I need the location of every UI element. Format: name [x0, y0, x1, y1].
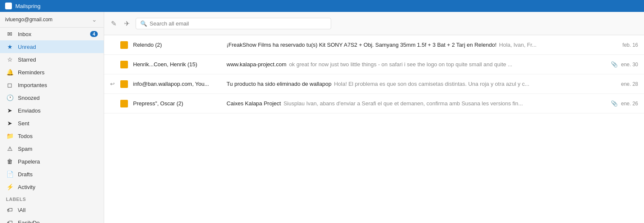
sidebar-item-papelera[interactable]: 🗑 Papelera [0, 155, 104, 168]
search-box[interactable]: 🔍 [136, 18, 331, 29]
account-row: ivluengo@gmail.com ⌄ [0, 12, 104, 28]
email-date: ene. 28 [621, 81, 638, 87]
email-subject: www.kalapa-project.com [227, 61, 287, 68]
titlebar: Mailspring [0, 0, 644, 12]
compose-button[interactable]: ⌄ [90, 15, 99, 24]
sent-icon: ➤ [6, 119, 14, 127]
sidebar-item-label: Importantes [18, 82, 98, 88]
sidebar-item-todos[interactable]: 📁 Todos [0, 130, 104, 142]
email-meta: 📎 ene. 30 [611, 61, 638, 68]
sidebar-item-activity[interactable]: ⚡ Activity [0, 181, 104, 193]
email-sender: info@ban.wallapop.com, You... [133, 81, 227, 87]
attachment-icon: 📎 [611, 100, 618, 107]
sidebar-item-importantes[interactable]: ◻ Importantes [0, 79, 104, 91]
email-subject: Tu producto ha sido eliminado de wallapo… [227, 81, 332, 87]
sidebar-item-label: Papelera [18, 158, 98, 165]
label-item-easilydo[interactable]: 🏷 EasilyDo [0, 216, 104, 223]
email-preview: ok great for now just two little things … [289, 61, 512, 68]
reply-icon: ↩ [110, 81, 119, 87]
email-list: Relendo (2) ¡FreakShow Films ha reservad… [104, 35, 644, 223]
sidebar-item-label: Spam [18, 146, 98, 152]
email-row[interactable]: Prepress", Oscar (2) Caixes Kalapa Proje… [104, 94, 644, 113]
label-item-label: EasilyDo [18, 220, 98, 223]
email-row[interactable]: Henrik...Coen, Henrik (15) www.kalapa-pr… [104, 55, 644, 74]
email-date: ene. 30 [621, 62, 638, 68]
starred-icon: ☆ [6, 56, 14, 63]
toolbar: ✎ ✈ 🔍 [104, 12, 644, 35]
folder-icon [120, 61, 128, 68]
folder-icon [120, 80, 128, 88]
app-icon [5, 3, 12, 9]
sidebar-nav: ✉ Inbox 4 ★ Unread ☆ Starred 🔔 Reminders… [0, 28, 104, 193]
email-meta: 📎 ene. 26 [611, 100, 638, 107]
sidebar-item-unread[interactable]: ★ Unread [0, 40, 104, 53]
app-title: Mailspring [15, 3, 40, 9]
main-layout: ivluengo@gmail.com ⌄ ✉ Inbox 4 ★ Unread … [0, 12, 644, 223]
email-subject: Caixes Kalapa Project [227, 100, 281, 107]
email-sender: Prepress", Oscar (2) [133, 100, 227, 107]
email-meta: feb. 16 [622, 42, 638, 48]
email-preview: Hola, Ivan, Fr... [499, 42, 536, 48]
sidebar-item-reminders[interactable]: 🔔 Reminders [0, 66, 104, 79]
email-preview: Siusplau Ivan, abans d'enviar a Serafi e… [284, 100, 523, 107]
sidebar-item-label: Unread [18, 44, 98, 50]
papelera-icon: 🗑 [6, 158, 14, 165]
email-subject-preview: Caixes Kalapa Project Siusplau Ivan, aba… [227, 100, 606, 107]
email-row[interactable]: ↩ info@ban.wallapop.com, You... Tu produ… [104, 74, 644, 94]
email-sender: Relendo (2) [133, 42, 227, 48]
tag-icon: 🏷 [6, 206, 14, 214]
search-icon: 🔍 [140, 20, 147, 27]
search-input[interactable] [150, 20, 326, 27]
sidebar-item-label: Snoozed [18, 95, 98, 101]
sidebar-labels: 🏷 \All 🏷 EasilyDo [0, 203, 104, 223]
email-date: ene. 26 [621, 101, 638, 107]
account-email: ivluengo@gmail.com [5, 17, 90, 23]
email-row[interactable]: Relendo (2) ¡FreakShow Films ha reservad… [104, 35, 644, 55]
inbox-icon: ✉ [6, 30, 14, 38]
todos-icon: 📁 [6, 132, 14, 140]
email-subject: ¡FreakShow Films ha reservado tu(s) Kit … [227, 42, 496, 48]
email-sender: Henrik...Coen, Henrik (15) [133, 61, 227, 68]
sidebar-item-label: Reminders [18, 69, 98, 76]
folder-icon [120, 100, 128, 107]
sidebar-item-drafts[interactable]: 📄 Drafts [0, 168, 104, 181]
label-item-label: \All [18, 207, 98, 213]
sidebar-item-label: Drafts [18, 171, 98, 178]
sidebar-item-spam[interactable]: ⚠ Spam [0, 142, 104, 155]
enviados-icon: ➤ [6, 107, 14, 114]
compose-icon[interactable]: ✎ [109, 18, 118, 29]
email-preview: Hola! El problema es que son dos camiset… [334, 81, 530, 87]
sidebar-item-label: Starred [18, 56, 98, 63]
label-item-all[interactable]: 🏷 \All [0, 203, 104, 216]
labels-section-header: Labels [0, 193, 104, 203]
sidebar-item-enviados[interactable]: ➤ Enviados [0, 104, 104, 117]
sidebar-item-label: Enviados [18, 107, 98, 114]
email-subject-preview: ¡FreakShow Films ha reservado tu(s) Kit … [227, 42, 617, 48]
email-subject-preview: www.kalapa-project.com ok great for now … [227, 61, 606, 68]
activity-icon: ⚡ [6, 183, 14, 191]
sidebar-item-label: Inbox [18, 31, 90, 37]
unread-icon: ★ [6, 43, 14, 51]
snoozed-icon: 🕐 [6, 94, 14, 102]
sidebar-item-label: Todos [18, 133, 98, 139]
sidebar: ivluengo@gmail.com ⌄ ✉ Inbox 4 ★ Unread … [0, 12, 104, 223]
inbox-badge: 4 [90, 31, 98, 37]
spam-icon: ⚠ [6, 145, 14, 152]
email-date: feb. 16 [622, 42, 638, 48]
content-area: ✎ ✈ 🔍 Relendo (2) ¡FreakShow Films ha re… [104, 12, 644, 223]
folder-icon [120, 41, 128, 49]
attachment-icon: 📎 [611, 61, 618, 68]
sidebar-item-label: Activity [18, 184, 98, 190]
reminders-icon: 🔔 [6, 68, 14, 76]
tag-icon: 🏷 [6, 219, 14, 223]
sidebar-item-snoozed[interactable]: 🕐 Snoozed [0, 91, 104, 104]
sidebar-item-inbox[interactable]: ✉ Inbox 4 [0, 28, 104, 40]
drafts-icon: 📄 [6, 170, 14, 178]
sidebar-item-starred[interactable]: ☆ Starred [0, 53, 104, 66]
importantes-icon: ◻ [6, 81, 14, 89]
airplane-icon[interactable]: ✈ [122, 18, 131, 29]
sidebar-item-sent[interactable]: ➤ Sent [0, 117, 104, 130]
email-subject-preview: Tu producto ha sido eliminado de wallapo… [227, 81, 616, 87]
email-meta: ene. 28 [621, 81, 638, 87]
sidebar-item-label: Sent [18, 120, 98, 127]
